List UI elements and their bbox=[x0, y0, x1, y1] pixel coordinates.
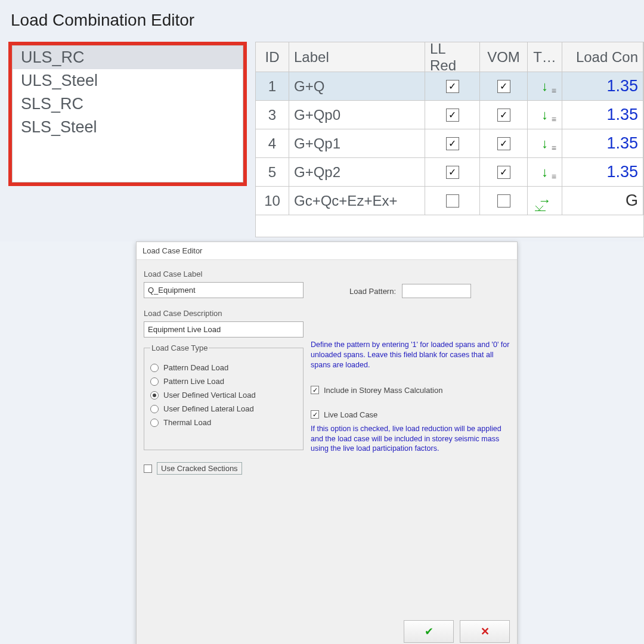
list-item[interactable]: SLS_Steel bbox=[13, 116, 243, 139]
cell-vom[interactable]: ✓ bbox=[480, 158, 528, 187]
combination-list-highlight: ULS_RCULS_SteelSLS_RCSLS_Steel bbox=[8, 42, 247, 186]
cell-t[interactable]: → bbox=[528, 187, 562, 215]
groupbox-load-case-type: Load Case Type Pattern Dead Load Pattern… bbox=[144, 343, 304, 450]
cell-t[interactable]: ↓ bbox=[528, 101, 562, 129]
arrow-down-icon: ↓ bbox=[541, 136, 548, 151]
cell-t[interactable]: ↓ bbox=[528, 129, 562, 158]
checkbox-icon[interactable]: ✓ bbox=[497, 80, 510, 93]
radio-row[interactable]: Pattern Dead Load bbox=[150, 363, 297, 372]
checkbox-icon[interactable] bbox=[497, 194, 510, 208]
cancel-button[interactable]: ✕ bbox=[460, 620, 510, 643]
radio-label: Pattern Dead Load bbox=[163, 363, 228, 372]
input-load-case-desc[interactable] bbox=[144, 321, 304, 338]
radio-icon[interactable] bbox=[150, 405, 159, 413]
table-row[interactable]: 4G+Qp1✓✓↓1.35 bbox=[256, 129, 643, 158]
cell-id: 3 bbox=[256, 101, 289, 129]
radio-icon[interactable] bbox=[150, 391, 159, 400]
checkbox-icon[interactable]: ✓ bbox=[446, 80, 459, 93]
cell-vom[interactable]: ✓ bbox=[480, 101, 528, 129]
label-load-pattern: Load Pattern: bbox=[349, 287, 396, 296]
window-title: Load Combination Editor bbox=[0, 0, 644, 38]
combination-list[interactable]: ULS_RCULS_SteelSLS_RCSLS_Steel bbox=[12, 45, 243, 182]
combination-table[interactable]: ID Label LL Red VOM T… Load Con 1G+Q✓✓↓1… bbox=[255, 42, 644, 237]
cell-id: 5 bbox=[256, 158, 289, 187]
arrow-down-icon: ↓ bbox=[541, 107, 548, 123]
arrow-right-icon: → bbox=[538, 193, 552, 209]
cell-id: 10 bbox=[256, 187, 289, 215]
table-row[interactable]: 1G+Q✓✓↓1.35 bbox=[256, 72, 643, 101]
checkbox-icon[interactable] bbox=[446, 194, 459, 208]
cell-id: 4 bbox=[256, 129, 289, 158]
cell-vom[interactable]: ✓ bbox=[480, 129, 528, 158]
cell-llred[interactable] bbox=[425, 187, 480, 215]
radio-label: User Defined Vertical Load bbox=[163, 391, 256, 400]
cell-label: G+Qp1 bbox=[289, 129, 425, 158]
dialog-title: Load Case Editor bbox=[137, 242, 517, 260]
label-live-load: Live Load Case bbox=[324, 410, 377, 419]
list-item[interactable]: ULS_Steel bbox=[13, 69, 243, 92]
checkbox-storey-mass[interactable]: ✓ bbox=[311, 386, 319, 394]
table-header: ID Label LL Red VOM T… Load Con bbox=[256, 42, 643, 72]
cell-id: 1 bbox=[256, 72, 289, 101]
radio-icon[interactable] bbox=[150, 377, 159, 386]
cell-label: G+Qp0 bbox=[289, 101, 425, 129]
cell-loadcon: 1.35 bbox=[562, 101, 643, 129]
cell-llred[interactable]: ✓ bbox=[425, 101, 480, 129]
cell-llred[interactable]: ✓ bbox=[425, 158, 480, 187]
input-load-pattern[interactable] bbox=[402, 284, 471, 298]
load-case-editor-dialog: Load Case Editor Load Case Label Load Ca… bbox=[136, 242, 518, 644]
ok-button[interactable]: ✔ bbox=[404, 620, 454, 643]
radio-label: Thermal Load bbox=[163, 418, 211, 427]
th-id: ID bbox=[256, 42, 289, 72]
label-load-case-desc: Load Case Description bbox=[144, 309, 304, 318]
checkbox-icon[interactable]: ✓ bbox=[446, 109, 459, 122]
cell-vom[interactable]: ✓ bbox=[480, 72, 528, 101]
groupbox-legend: Load Case Type bbox=[150, 343, 209, 352]
dialog-left-column: Load Case Label Load Case Description Lo… bbox=[144, 267, 304, 479]
help-load-pattern: Define the pattern by entering '1' for l… bbox=[311, 340, 510, 370]
table-row[interactable]: 10Gc+Qc+Ez+Ex+→G bbox=[256, 187, 643, 215]
radio-label: User Defined Lateral Load bbox=[163, 404, 254, 413]
label-cracked-sections: Use Cracked Sections bbox=[157, 462, 242, 475]
cell-label: Gc+Qc+Ez+Ex+ bbox=[289, 187, 425, 215]
label-load-case-label: Load Case Label bbox=[144, 270, 304, 278]
checkbox-cracked-sections[interactable] bbox=[144, 465, 152, 473]
cell-t[interactable]: ↓ bbox=[528, 72, 562, 101]
cell-llred[interactable]: ✓ bbox=[425, 72, 480, 101]
radio-label: Pattern Live Load bbox=[163, 377, 224, 386]
checkbox-icon[interactable]: ✓ bbox=[497, 166, 510, 179]
load-combination-editor-window: Load Combination Editor ULS_RCULS_SteelS… bbox=[0, 0, 644, 242]
cell-loadcon: 1.35 bbox=[562, 158, 643, 187]
list-item[interactable]: SLS_RC bbox=[13, 92, 243, 116]
radio-row[interactable]: Pattern Live Load bbox=[150, 377, 297, 386]
radio-icon[interactable] bbox=[150, 419, 159, 427]
radio-row[interactable]: Thermal Load bbox=[150, 418, 297, 427]
cell-loadcon: G bbox=[562, 187, 643, 215]
table-row[interactable]: 5G+Qp2✓✓↓1.35 bbox=[256, 158, 643, 187]
checkbox-live-load[interactable]: ✓ bbox=[311, 410, 319, 419]
radio-row[interactable]: User Defined Vertical Load bbox=[150, 391, 297, 400]
checkbox-icon[interactable]: ✓ bbox=[446, 137, 459, 150]
radio-row[interactable]: User Defined Lateral Load bbox=[150, 404, 297, 413]
input-load-case-label[interactable] bbox=[144, 282, 304, 298]
cell-t[interactable]: ↓ bbox=[528, 158, 562, 187]
checkbox-icon[interactable]: ✓ bbox=[497, 137, 510, 150]
arrow-down-icon: ↓ bbox=[541, 165, 548, 180]
cell-label: G+Q bbox=[289, 72, 425, 101]
close-icon: ✕ bbox=[481, 626, 490, 637]
th-vom: VOM bbox=[480, 42, 528, 72]
cell-vom[interactable] bbox=[480, 187, 528, 215]
check-icon: ✔ bbox=[425, 626, 434, 637]
cell-label: G+Qp2 bbox=[289, 158, 425, 187]
cell-llred[interactable]: ✓ bbox=[425, 129, 480, 158]
checkbox-icon[interactable]: ✓ bbox=[497, 109, 510, 122]
list-item[interactable]: ULS_RC bbox=[13, 46, 243, 69]
cell-loadcon: 1.35 bbox=[562, 129, 643, 158]
th-t: T… bbox=[528, 42, 562, 72]
checkbox-icon[interactable]: ✓ bbox=[446, 166, 459, 179]
table-row[interactable]: 3G+Qp0✓✓↓1.35 bbox=[256, 101, 643, 129]
th-llred: LL Red bbox=[425, 42, 480, 72]
cell-loadcon: 1.35 bbox=[562, 72, 643, 101]
arrow-down-icon: ↓ bbox=[541, 79, 548, 94]
radio-icon[interactable] bbox=[150, 364, 159, 372]
